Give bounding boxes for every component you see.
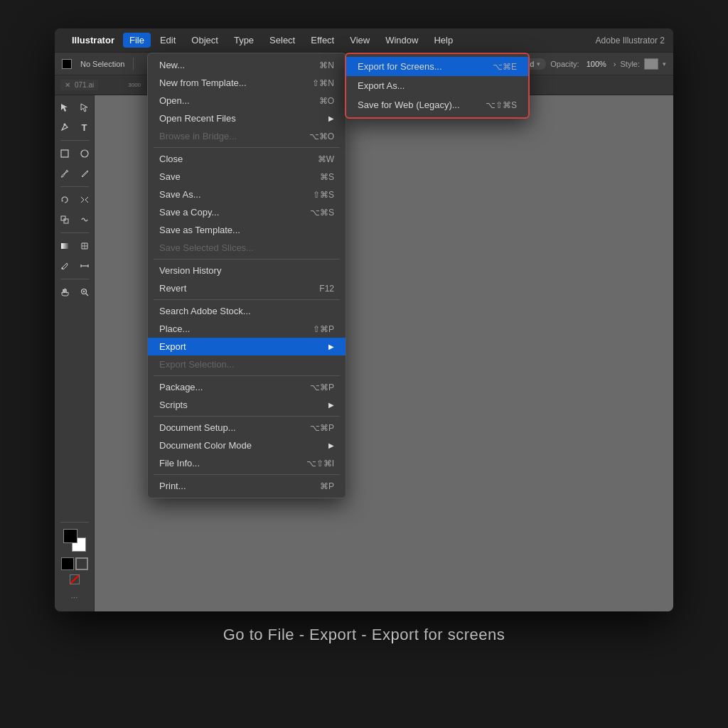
warp-tool[interactable] xyxy=(75,210,94,229)
svg-point-8 xyxy=(61,267,63,269)
menu-item-save-as[interactable]: Save As... ⇧⌘S xyxy=(148,186,346,203)
pencil-tool[interactable] xyxy=(75,164,94,183)
reflect-tool[interactable] xyxy=(75,191,94,209)
file-dropdown-menu: New... ⌘N New from Template... ⇧⌘N Open.… xyxy=(147,53,346,498)
menu-item-package[interactable]: Package... ⌥⌘P xyxy=(148,378,346,396)
menu-shortcut-open: ⌘O xyxy=(319,96,334,106)
menu-type[interactable]: Type xyxy=(228,33,260,48)
selection-tool[interactable] xyxy=(55,98,74,117)
color-swatches: ··· xyxy=(60,520,89,609)
stroke-color-indicator[interactable] xyxy=(62,59,72,69)
type-tool[interactable]: T xyxy=(75,118,94,136)
menu-item-new[interactable]: New... ⌘N xyxy=(148,56,346,74)
menu-shortcut-revert: F12 xyxy=(319,284,334,294)
menu-effect[interactable]: Effect xyxy=(304,33,341,48)
svg-point-0 xyxy=(63,124,65,126)
menu-item-save-template[interactable]: Save as Template... xyxy=(148,221,346,239)
measure-tool[interactable] xyxy=(75,257,94,275)
selection-status: No Selection xyxy=(76,60,129,68)
menu-file[interactable]: File xyxy=(123,33,151,48)
hand-tool[interactable] xyxy=(55,283,74,301)
paintbrush-tool[interactable] xyxy=(55,164,74,183)
menu-divider-5 xyxy=(154,416,340,417)
selection-tools xyxy=(55,98,94,117)
none-swatch[interactable] xyxy=(70,574,80,584)
submenu-item-save-web[interactable]: Save for Web (Legacy)... ⌥⇧⌘S xyxy=(346,95,528,114)
pen-tool[interactable] xyxy=(55,118,74,136)
menu-shortcut-file-info: ⌥⇧⌘I xyxy=(306,459,334,469)
submenu-item-export-as[interactable]: Export As... xyxy=(346,76,528,95)
opacity-label: Opacity: xyxy=(550,60,579,68)
menu-item-new-template[interactable]: New from Template... ⇧⌘N xyxy=(148,74,346,92)
menu-bar: Illustrator File Edit Object Type Select… xyxy=(55,28,673,53)
style-swatch[interactable] xyxy=(644,58,658,70)
gradient-tool[interactable] xyxy=(55,237,74,255)
window-control-close[interactable]: ✕ xyxy=(65,81,70,89)
menu-item-file-info[interactable]: File Info... ⌥⇧⌘I xyxy=(148,454,346,472)
menu-item-open-recent[interactable]: Open Recent Files ▶ xyxy=(148,109,346,127)
submenu-item-export-screens[interactable]: Export for Screens... ⌥⌘E xyxy=(346,57,528,76)
menu-item-revert[interactable]: Revert F12 xyxy=(148,279,346,297)
menu-window[interactable]: Window xyxy=(379,33,424,48)
tool-dots[interactable]: ··· xyxy=(70,590,77,603)
menu-item-doc-setup[interactable]: Document Setup... ⌥⌘P xyxy=(148,419,346,437)
export-screens-label: Export for Screens... xyxy=(358,61,442,72)
fill-stroke-row xyxy=(61,557,88,570)
menu-edit[interactable]: Edit xyxy=(154,33,182,48)
svg-rect-3 xyxy=(61,216,65,220)
menu-item-scripts[interactable]: Scripts ▶ xyxy=(148,396,346,414)
menu-item-version-history[interactable]: Version History xyxy=(148,262,346,279)
none-gradient-row xyxy=(70,574,80,584)
tool-separator-2 xyxy=(60,186,89,187)
menu-view[interactable]: View xyxy=(343,33,376,48)
menu-item-doc-color[interactable]: Document Color Mode ▶ xyxy=(148,437,346,454)
menu-divider-4 xyxy=(154,375,340,376)
export-submenu: Export for Screens... ⌥⌘E Export As... S… xyxy=(345,53,530,119)
mesh-tool[interactable] xyxy=(75,237,94,255)
direct-selection-tool[interactable] xyxy=(75,98,94,117)
menu-item-save[interactable]: Save ⌘S xyxy=(148,168,346,186)
ellipse-tool[interactable] xyxy=(75,144,94,163)
menu-item-browse: Browse in Bridge... ⌥⌘O xyxy=(148,127,346,145)
opacity-value[interactable]: 100% xyxy=(584,60,609,68)
menu-item-search-stock[interactable]: Search Adobe Stock... xyxy=(148,302,346,320)
menu-arrow-open-recent-icon: ▶ xyxy=(328,114,334,122)
menu-arrow-scripts-icon: ▶ xyxy=(328,401,334,409)
fill-swatch[interactable] xyxy=(61,557,74,570)
color-boxes[interactable] xyxy=(63,529,86,552)
menu-item-open[interactable]: Open... ⌘O xyxy=(148,92,346,109)
menu-arrow-export-icon: ▶ xyxy=(328,343,334,350)
menu-shortcut-place: ⇧⌘P xyxy=(313,324,334,334)
pen-tools: T xyxy=(55,118,94,136)
stroke-swatch[interactable] xyxy=(75,557,88,570)
menu-item-close[interactable]: Close ⌘W xyxy=(148,150,346,168)
menu-select[interactable]: Select xyxy=(263,33,301,48)
scale-tool[interactable] xyxy=(55,210,74,229)
rotate-tool[interactable] xyxy=(55,191,74,209)
zoom-tool[interactable] xyxy=(75,283,94,301)
menu-shortcut-close: ⌘W xyxy=(318,154,334,164)
menu-item-save-slices: Save Selected Slices... xyxy=(148,239,346,257)
menu-help[interactable]: Help xyxy=(427,33,459,48)
eyedropper-tools xyxy=(55,257,94,275)
foreground-color-swatch[interactable] xyxy=(63,529,77,543)
app-name: Illustrator xyxy=(72,35,114,46)
stroke-dropdown-icon[interactable]: ▾ xyxy=(537,60,540,68)
app-title: Adobe Illustrator 2 xyxy=(596,36,665,46)
menu-divider-2 xyxy=(154,259,340,259)
style-dropdown-icon[interactable]: ▾ xyxy=(663,60,666,68)
shape-tools xyxy=(55,144,94,163)
menu-item-print[interactable]: Print... ⌘P xyxy=(148,477,346,495)
menu-item-export[interactable]: Export ▶ xyxy=(148,338,346,355)
hand-zoom-tools xyxy=(55,283,94,301)
menu-shortcut-save-as: ⇧⌘S xyxy=(313,190,334,200)
menu-divider-3 xyxy=(154,299,340,300)
rectangle-tool[interactable] xyxy=(55,144,74,163)
save-web-label: Save for Web (Legacy)... xyxy=(358,100,460,110)
menu-object[interactable]: Object xyxy=(185,33,225,48)
eyedropper-tool[interactable] xyxy=(55,257,74,275)
menu-item-place[interactable]: Place... ⇧⌘P xyxy=(148,320,346,338)
menu-item-save-copy[interactable]: Save a Copy... ⌥⌘S xyxy=(148,203,346,221)
gradient-tools xyxy=(55,237,94,255)
tool-separator-5 xyxy=(60,522,89,523)
